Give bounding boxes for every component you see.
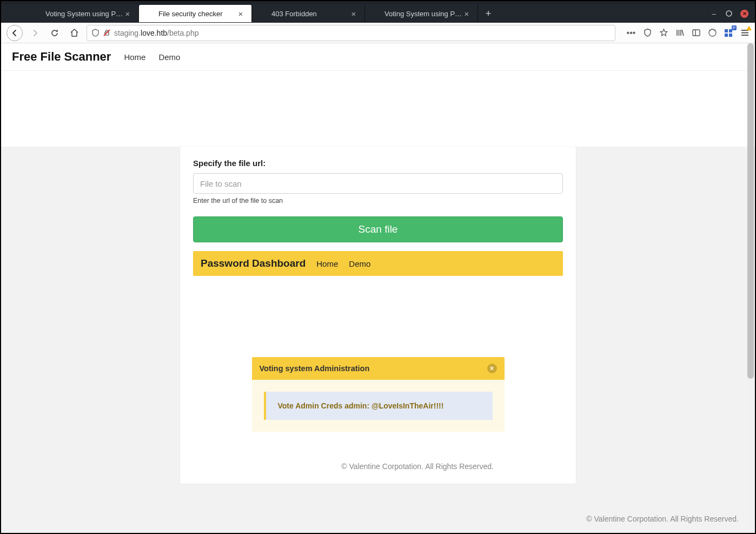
password-dashboard-bar: Password Dashboard Home Demo: [193, 251, 563, 276]
input-label: Specify the file url:: [193, 159, 563, 168]
tab-voting-system-1[interactable]: Voting System using PHP ×: [26, 5, 139, 22]
pdash-link-demo[interactable]: Demo: [349, 259, 370, 268]
favicon-placeholder: [258, 9, 267, 18]
tab-label: Voting System using PHP: [384, 10, 462, 18]
svg-point-0: [726, 11, 732, 16]
nav-link-demo[interactable]: Demo: [158, 52, 180, 62]
scan-file-button[interactable]: Scan file: [193, 216, 563, 242]
tab-voting-system-2[interactable]: Voting System using PHP ×: [365, 5, 478, 22]
admin-alert: Voting system Administration × Vote Admi…: [252, 357, 505, 432]
tab-label: Voting System using PHP: [45, 10, 123, 18]
toolbar-right-icons: ••• P: [621, 28, 750, 38]
favicon-placeholder: [145, 9, 154, 18]
svg-rect-4: [693, 30, 700, 36]
favicon-placeholder: [32, 9, 41, 18]
close-window-button[interactable]: [740, 10, 748, 18]
alert-header: Voting system Administration ×: [252, 357, 505, 380]
library-icon[interactable]: [675, 28, 685, 38]
svg-rect-10: [729, 34, 732, 37]
sidebar-icon[interactable]: [691, 28, 701, 38]
close-icon[interactable]: ×: [236, 9, 245, 18]
minimize-button[interactable]: –: [710, 10, 718, 17]
scrollbar[interactable]: [747, 43, 754, 533]
tab-label: File security checker: [158, 10, 236, 18]
input-hint: Enter the url of the file to scan: [193, 197, 563, 205]
nav-toolbar: staging.love.htb/beta.php ••• P: [1, 23, 755, 43]
scrollbar-thumb[interactable]: [747, 43, 754, 379]
badge: P: [732, 25, 737, 30]
alert-title: Voting system Administration: [260, 364, 370, 373]
pdash-link-home[interactable]: Home: [316, 259, 338, 268]
reload-button[interactable]: [48, 26, 62, 40]
back-button[interactable]: [6, 25, 23, 41]
url-text: staging.love.htb/beta.php: [114, 29, 198, 37]
forward-button[interactable]: [28, 26, 42, 40]
card-footer-text: © Valentine Corpotation. All Rights Rese…: [193, 462, 563, 471]
close-icon[interactable]: ×: [123, 9, 132, 18]
window-controls: –: [710, 10, 755, 18]
close-icon[interactable]: ×: [462, 9, 471, 18]
brand-title: Free File Scanner: [12, 50, 111, 64]
new-tab-button[interactable]: +: [480, 5, 496, 22]
page-footer-text: © Valentine Corpotation. All Rights Rese…: [586, 515, 739, 523]
password-dashboard-title: Password Dashboard: [201, 258, 306, 269]
info-icon[interactable]: [91, 29, 100, 37]
tab-file-security-checker[interactable]: File security checker ×: [139, 5, 252, 22]
browser-window: Voting System using PHP × File security …: [0, 0, 756, 534]
tracking-protection-icon[interactable]: [642, 28, 652, 38]
favicon-placeholder: [372, 9, 380, 18]
insecure-connection-icon[interactable]: [103, 29, 111, 37]
alert-message: Vote Admin Creds admin: @LoveIsInTheAir!…: [264, 392, 493, 420]
page-body: Specify the file url: Enter the url of t…: [1, 147, 755, 533]
svg-rect-7: [725, 29, 728, 32]
address-bar[interactable]: staging.love.htb/beta.php: [87, 25, 615, 41]
home-button[interactable]: [67, 26, 81, 40]
page-top-nav: Free File Scanner Home Demo: [1, 43, 755, 71]
page-viewport: Free File Scanner Home Demo Specify the …: [1, 43, 755, 533]
file-url-input[interactable]: [193, 173, 563, 194]
svg-rect-9: [725, 34, 728, 37]
tab-403-forbidden[interactable]: 403 Forbidden ×: [252, 5, 365, 22]
foxyproxy-icon[interactable]: [707, 28, 717, 38]
alert-close-icon[interactable]: ×: [487, 364, 497, 373]
scanner-card: Specify the file url: Enter the url of t…: [180, 147, 576, 484]
hamburger-menu-icon[interactable]: [740, 28, 750, 38]
more-icon[interactable]: •••: [626, 28, 636, 38]
nav-link-home[interactable]: Home: [124, 52, 145, 62]
tab-strip: Voting System using PHP × File security …: [1, 4, 755, 23]
tab-label: 403 Forbidden: [271, 10, 349, 18]
bookmark-star-icon[interactable]: [659, 28, 668, 38]
close-icon[interactable]: ×: [349, 9, 358, 18]
warning-badge-icon: [746, 26, 752, 30]
maximize-button[interactable]: [725, 10, 733, 17]
alert-body: Vote Admin Creds admin: @LoveIsInTheAir!…: [252, 380, 505, 432]
extension-grid-icon[interactable]: P: [724, 28, 733, 38]
